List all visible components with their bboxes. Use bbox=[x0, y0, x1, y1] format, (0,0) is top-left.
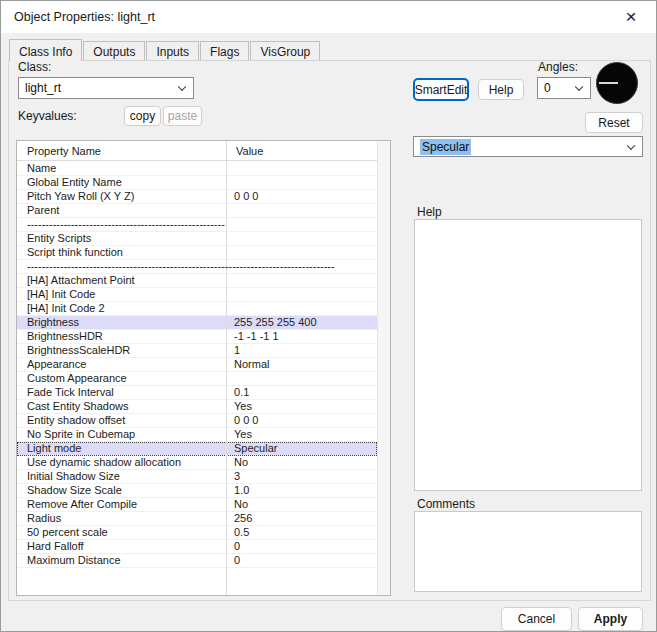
titlebar: Object Properties: light_rt × bbox=[1, 1, 656, 33]
property-row[interactable]: Entity shadow offset0 0 0 bbox=[17, 414, 377, 428]
help-label: Help bbox=[417, 205, 442, 219]
property-row[interactable]: BrightnessScaleHDR1 bbox=[17, 344, 377, 358]
grid-header-property-name: Property Name bbox=[17, 141, 226, 160]
class-label: Class: bbox=[18, 60, 51, 74]
property-row[interactable]: Name bbox=[17, 162, 377, 176]
class-combobox-value: light_rt bbox=[25, 81, 61, 95]
comments-label: Comments bbox=[417, 497, 475, 511]
lightmode-value-combobox[interactable]: Specular bbox=[413, 136, 643, 157]
chevron-down-icon bbox=[178, 83, 186, 91]
tab-strip: Class InfoOutputsInputsFlagsVisGroup bbox=[9, 39, 321, 60]
grid-scrollbar[interactable] bbox=[377, 141, 390, 595]
cancel-button[interactable]: Cancel bbox=[501, 607, 572, 631]
help-button[interactable]: Help bbox=[478, 79, 524, 100]
tab-inputs[interactable]: Inputs bbox=[146, 41, 199, 60]
reset-button[interactable]: Reset bbox=[585, 112, 643, 133]
property-row[interactable]: Script think function bbox=[17, 246, 377, 260]
chevron-down-icon bbox=[575, 83, 583, 91]
property-row[interactable]: AppearanceNormal bbox=[17, 358, 377, 372]
grid-header-value: Value bbox=[226, 141, 263, 160]
property-row[interactable]: [HA] Attachment Point bbox=[17, 274, 377, 288]
property-row[interactable]: Use dynamic shadow allocationNo bbox=[17, 456, 377, 470]
angles-label: Angles: bbox=[538, 60, 578, 74]
separator-row: ----------------------------------------… bbox=[17, 218, 377, 232]
lightmode-selected-value: Specular bbox=[420, 139, 471, 155]
smartedit-button[interactable]: SmartEdit bbox=[413, 78, 469, 101]
angles-combobox[interactable]: 0 bbox=[537, 77, 591, 99]
comments-box[interactable] bbox=[414, 511, 642, 592]
angle-dial-needle bbox=[599, 82, 618, 84]
property-grid: Property Name Value NameGlobal Entity Na… bbox=[16, 140, 391, 596]
close-button[interactable]: × bbox=[614, 1, 648, 31]
keyvalues-label: Keyvalues: bbox=[18, 109, 77, 123]
property-row[interactable]: 50 percent scale0.5 bbox=[17, 526, 377, 540]
property-row[interactable]: Pitch Yaw Roll (X Y Z)0 0 0 bbox=[17, 190, 377, 204]
tab-flags[interactable]: Flags bbox=[200, 41, 249, 60]
angle-dial[interactable] bbox=[596, 62, 638, 104]
property-row[interactable]: BrightnessHDR-1 -1 -1 1 bbox=[17, 330, 377, 344]
angles-combobox-value: 0 bbox=[544, 81, 551, 95]
property-row[interactable]: Fade Tick Interval0.1 bbox=[17, 386, 377, 400]
tab-visgroup[interactable]: VisGroup bbox=[250, 41, 320, 60]
property-row[interactable]: [HA] Init Code 2 bbox=[17, 302, 377, 316]
property-row[interactable]: Brightness255 255 255 400 bbox=[17, 316, 377, 330]
separator-row: ----------------------------------------… bbox=[17, 260, 377, 274]
property-row[interactable]: Parent bbox=[17, 204, 377, 218]
paste-button[interactable]: paste bbox=[163, 106, 202, 126]
apply-button[interactable]: Apply bbox=[578, 607, 643, 631]
property-row[interactable]: Custom Appearance bbox=[17, 372, 377, 386]
property-row[interactable]: Initial Shadow Size3 bbox=[17, 470, 377, 484]
property-row[interactable]: [HA] Init Code bbox=[17, 288, 377, 302]
property-row[interactable]: Global Entity Name bbox=[17, 176, 377, 190]
property-row[interactable]: Radius256 bbox=[17, 512, 377, 526]
tab-class-info[interactable]: Class Info bbox=[9, 39, 82, 61]
copy-button[interactable]: copy bbox=[124, 106, 161, 126]
window-title: Object Properties: light_rt bbox=[14, 10, 155, 24]
tab-outputs[interactable]: Outputs bbox=[83, 41, 145, 60]
class-combobox[interactable]: light_rt bbox=[18, 77, 194, 99]
property-row[interactable]: Maximum Distance0 bbox=[17, 554, 377, 568]
property-row[interactable]: Light modeSpecular bbox=[17, 442, 377, 456]
grid-header: Property Name Value bbox=[17, 141, 377, 161]
property-row[interactable]: Entity Scripts bbox=[17, 232, 377, 246]
chevron-down-icon bbox=[627, 141, 635, 149]
property-row[interactable]: Cast Entity ShadowsYes bbox=[17, 400, 377, 414]
property-grid-body: NameGlobal Entity NamePitch Yaw Roll (X … bbox=[17, 162, 377, 595]
close-icon: × bbox=[625, 7, 636, 26]
help-box bbox=[414, 219, 642, 491]
property-row[interactable]: No Sprite in CubemapYes bbox=[17, 428, 377, 442]
property-row[interactable]: Hard Falloff0 bbox=[17, 540, 377, 554]
object-properties-dialog: Object Properties: light_rt × Class Info… bbox=[0, 0, 657, 632]
property-row[interactable]: Shadow Size Scale1.0 bbox=[17, 484, 377, 498]
property-row[interactable]: Remove After CompileNo bbox=[17, 498, 377, 512]
